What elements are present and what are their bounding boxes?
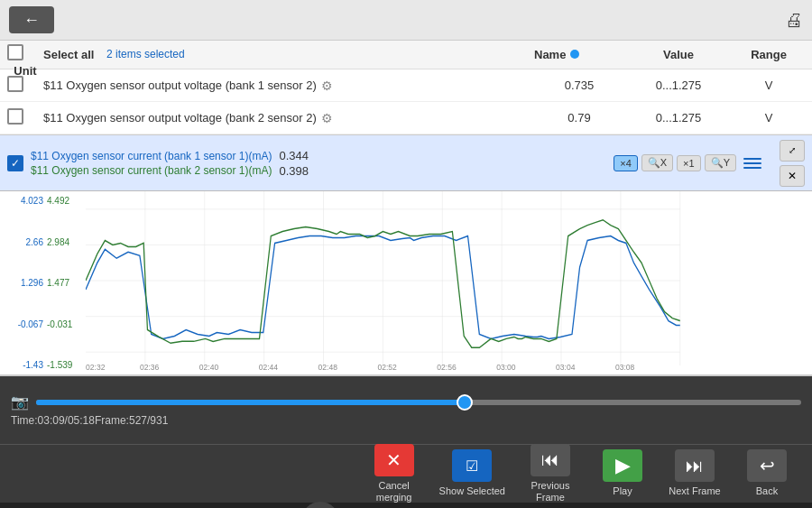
row2-settings-icon[interactable]: ⚙ [321,111,333,125]
play-button[interactable]: ▶ Play [595,449,650,497]
action-buttons: ✕ Cancelmerging ☑ Show Selected ⏮ Previo… [0,444,812,503]
row1-name: $11 Oxygen sensor output voltage (bank 1… [43,79,534,93]
row2-value: 0.79 [534,111,624,125]
browser-icon[interactable]: ⊙ [301,502,339,508]
data-table: Select all 2 items selected Name Value R… [0,41,812,135]
graph-label-2: $11 Oxygen sensor current (bank 2 sensor… [31,164,272,177]
svg-text:03:04: 03:04 [556,362,575,372]
next-frame-button[interactable]: ⏭ Next Frame [668,449,722,497]
column-range: Range [733,48,805,61]
select-all-checkbox[interactable] [7,44,43,64]
zoom-x4-button[interactable]: ×4 [614,155,638,171]
column-value: Value [624,48,733,61]
back-action-button[interactable]: ↩ Back [740,449,794,497]
row1-checkbox[interactable] [7,76,43,96]
cancel-icon: ✕ [374,444,414,476]
print-icon: 🖨 [785,10,803,30]
table-row: $11 Oxygen sensor output voltage (bank 2… [0,102,812,134]
row1-unit: V [733,79,805,92]
row1-range: 0...1.275 [624,79,733,92]
next-frame-icon: ⏭ [675,449,715,482]
graph-value-1: 0.344 [279,149,309,162]
zoom-qx-button[interactable]: 🔍X [641,154,673,171]
chart-svg: 02:32 02:36 02:40 02:44 02:48 02:52 02:5… [86,191,780,374]
y-axis-blue: 4.023 2.66 1.296 -0.067 -1.43 [0,191,45,374]
close-chart-button[interactable]: ✕ [780,165,805,187]
svg-text:02:56: 02:56 [437,362,456,372]
video-icon: 📷 [11,393,29,411]
row2-checkbox[interactable] [7,108,43,128]
slider-row: 📷 [11,393,801,411]
row1-settings-icon[interactable]: ⚙ [321,79,333,93]
frame-label: Frame:527/931 [95,414,168,427]
bottom-controls: 📷 Time:03:09/05:18 Frame:527/931 [0,376,812,444]
graph-value-2: 0.398 [279,164,309,178]
table-row: $11 Oxygen sensor output voltage (bank 1… [0,69,812,102]
next-frame-label: Next Frame [669,485,720,497]
show-selected-button[interactable]: ☑ Show Selected [439,449,505,497]
y-axis-green: 4.492 2.984 1.477 -0.031 -1.539 [45,191,86,374]
time-frame-row: Time:03:09/05:18 Frame:527/931 [11,414,801,427]
menu-icon[interactable] [740,154,765,172]
select-all-label: Select all 2 items selected [43,48,534,61]
svg-text:02:44: 02:44 [259,362,278,372]
row2-range: 0...1.275 [624,111,733,125]
zoom-x1-button[interactable]: ×1 [677,155,701,171]
chart-area: 4.023 2.66 1.296 -0.067 -1.43 4.492 2.98… [0,191,812,376]
system-bar: ◁ ⌂ ⌂ ▢ ⊙ ⊙ ✦ 🚗 👤 VCI✗ BT 📶 31% 9:21 [0,503,812,508]
back-arrow-icon: ← [23,11,40,30]
print-button[interactable]: 🖨 [785,10,803,31]
graph-selected-row: ✓ $11 Oxygen sensor current (bank 1 sens… [0,135,812,191]
svg-text:02:52: 02:52 [377,362,396,372]
play-icon: ▶ [603,449,642,482]
graph-values: 0.344 0.398 [279,149,309,178]
cancel-merging-button[interactable]: ✕ Cancelmerging [367,444,421,503]
svg-text:02:48: 02:48 [318,362,337,372]
time-label: Time:03:09/05:18 [11,414,95,427]
previous-frame-button[interactable]: ⏮ PreviousFrame [523,444,577,503]
sys-center: ⊙ ⊙ ✦ 🚗 👤 VCI✗ [110,502,716,508]
show-selected-icon: ☑ [452,449,492,482]
zoom-qy-button[interactable]: 🔍Y [705,154,736,171]
table-header: Select all 2 items selected Name Value R… [0,41,812,69]
svg-text:03:00: 03:00 [496,362,515,372]
graph-row-labels: $11 Oxygen sensor current (bank 1 sensor… [31,150,272,177]
play-label: Play [613,485,632,497]
name-dot [570,50,579,59]
show-selected-label: Show Selected [439,485,505,497]
expand-chart-button[interactable]: ⤢ [780,140,805,162]
column-name: Name [534,48,624,61]
svg-text:02:36: 02:36 [140,362,159,372]
back-button[interactable]: ← [9,6,54,33]
row1-value: 0.735 [534,79,624,92]
playback-slider[interactable] [36,400,801,405]
graph-controls: ×4 🔍X ×1 🔍Y [614,154,765,172]
svg-text:02:32: 02:32 [86,362,105,372]
top-bar: ← 🖨 [0,0,812,41]
svg-text:02:40: 02:40 [199,362,218,372]
cancel-merging-label: Cancelmerging [376,480,412,503]
graph-label-1: $11 Oxygen sensor current (bank 1 sensor… [31,150,272,162]
prev-frame-label: PreviousFrame [531,480,570,503]
prev-frame-icon: ⏮ [531,444,570,476]
row2-name: $11 Oxygen sensor output voltage (bank 2… [43,111,534,125]
back-action-label: Back [756,485,778,497]
row2-unit: V [733,111,805,125]
graph-row-checkbox[interactable]: ✓ [7,155,23,171]
svg-text:03:08: 03:08 [615,362,634,372]
back-action-icon: ↩ [747,449,787,482]
